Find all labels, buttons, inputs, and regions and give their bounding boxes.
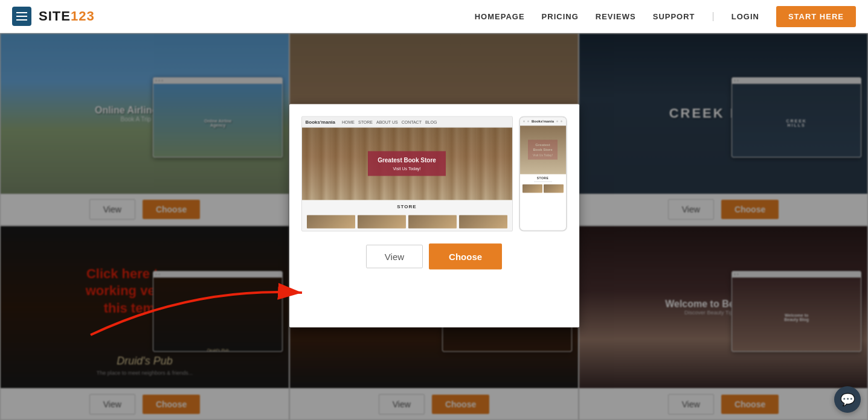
chat-icon: 💬 [840, 392, 855, 407]
modal-desktop-preview: Books'mania HOME STORE ABOUT US CONTACT … [301, 116, 513, 231]
nav-support[interactable]: SUPPORT [653, 12, 695, 21]
mobile-book-2 [544, 184, 564, 192]
nav-homepage[interactable]: HOMEPAGE [475, 12, 525, 21]
book-thumb-4 [459, 215, 507, 228]
mobile-store-label: STORE [520, 174, 566, 180]
chat-bubble[interactable]: 💬 [834, 386, 861, 413]
start-here-button[interactable]: START HERE [776, 6, 856, 27]
logo: SITE123 [39, 8, 95, 24]
books-site-name: Books'mania [306, 119, 335, 124]
books-nav-store: STORE [358, 119, 373, 124]
header-nav: HOMEPAGE PRICING REVIEWS SUPPORT | LOGIN… [475, 6, 856, 27]
books-nav-about: ABOUT US [376, 119, 398, 124]
books-hero-title: Greatest Book Store [378, 156, 436, 163]
books-nav-home: HOME [342, 119, 355, 124]
nav-login[interactable]: LOGIN [731, 12, 759, 21]
main-content: Online Airline Agency Book A Trip Today … [0, 33, 868, 420]
hamburger-line-3 [16, 19, 27, 21]
mobile-dot-3 [556, 120, 558, 122]
modal-choose-button[interactable]: Choose [429, 243, 502, 269]
logo-accent: 123 [71, 8, 95, 24]
mobile-dot-1 [523, 120, 525, 122]
nav-pricing[interactable]: PRICING [542, 12, 579, 21]
mobile-store-images [520, 183, 566, 194]
books-nav: HOME STORE ABOUT US CONTACT BLOG [342, 119, 437, 124]
hamburger-icon[interactable] [12, 7, 31, 26]
modal-mobile-preview: Books'mania GreatestBook StoreVisit Us T… [519, 116, 567, 231]
mobile-divider [534, 181, 552, 182]
books-hero-subtitle: Visit Us Today! [378, 165, 436, 171]
header-left: SITE123 [12, 7, 95, 26]
mobile-dot-2 [527, 120, 529, 122]
book-thumb-1 [307, 215, 355, 228]
modal-actions: View Choose [366, 243, 502, 269]
mobile-book-1 [522, 184, 542, 192]
hamburger-line-1 [16, 12, 27, 13]
book-thumb-2 [358, 215, 406, 228]
mobile-site-name: Books'mania [532, 119, 554, 123]
mobile-hero-bg [520, 126, 566, 174]
book-thumb-3 [408, 215, 457, 228]
hamburger-line-2 [16, 16, 27, 17]
mobile-dot-4 [561, 120, 562, 122]
modal-view-button[interactable]: View [366, 244, 423, 268]
books-store-images [302, 212, 512, 231]
mobile-hero: GreatestBook StoreVisit Us Today! [520, 126, 566, 174]
header: SITE123 HOMEPAGE PRICING REVIEWS SUPPORT… [0, 0, 868, 33]
books-browser-bar: Books'mania HOME STORE ABOUT US CONTACT … [302, 116, 512, 127]
mobile-browser-bar: Books'mania [520, 117, 566, 126]
books-hero: Greatest Book Store Visit Us Today! [302, 127, 512, 200]
books-hero-text: Greatest Book Store Visit Us Today! [368, 151, 446, 176]
modal-preview-area: Books'mania HOME STORE ABOUT US CONTACT … [301, 116, 567, 231]
books-nav-blog: BLOG [425, 119, 437, 124]
books-nav-contact: CONTACT [402, 119, 422, 124]
books-store-section: STORE [302, 200, 512, 212]
nav-reviews[interactable]: REVIEWS [596, 12, 636, 21]
books-modal: Books'mania HOME STORE ABOUT US CONTACT … [289, 104, 579, 327]
nav-divider: | [712, 11, 715, 22]
